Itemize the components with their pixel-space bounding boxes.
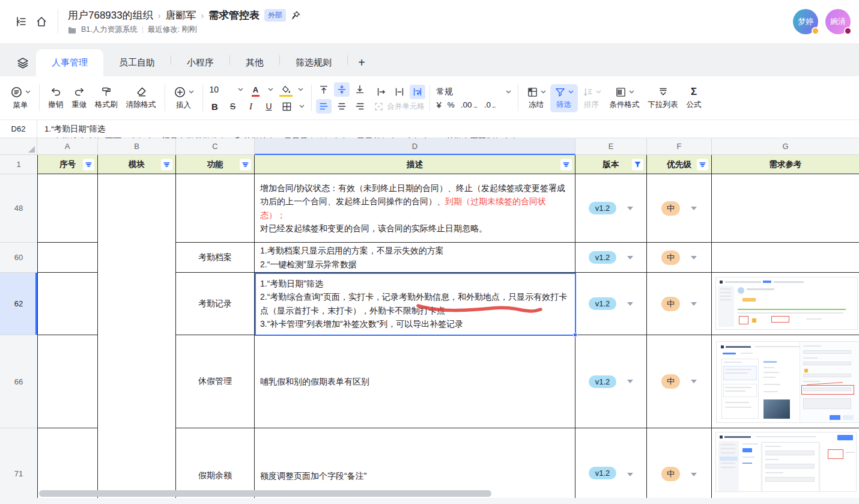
column-header-B[interactable]: B	[98, 138, 176, 155]
decrease-decimal-button[interactable]: .0←	[484, 100, 497, 109]
format-painter-button[interactable]: 格式刷	[91, 83, 122, 112]
sidebar-toggle-button[interactable]	[11, 11, 31, 32]
cell-b66-merged[interactable]	[98, 335, 176, 428]
cell-e1[interactable]: 版本	[575, 155, 647, 174]
freeze-button[interactable]: 冻结	[523, 84, 550, 112]
font-size-select[interactable]: 10	[207, 85, 246, 94]
filter-icon[interactable]	[240, 159, 251, 170]
halign-center-button[interactable]	[334, 99, 350, 114]
fill-color-button[interactable]	[278, 82, 294, 97]
column-header-E[interactable]: E	[575, 138, 647, 155]
tab-mini-program[interactable]: 小程序	[171, 49, 229, 76]
dropdown-arrow-icon[interactable]	[627, 473, 633, 476]
dropdown-arrow-icon[interactable]	[627, 256, 633, 260]
currency-format-button[interactable]: ¥	[437, 100, 442, 110]
cell-c60[interactable]: 考勤档案	[176, 243, 255, 273]
formula-button[interactable]: Σ 公式	[682, 83, 706, 112]
cell-d1[interactable]: 描述	[255, 155, 575, 174]
pin-icon[interactable]	[291, 10, 301, 20]
cell-f48[interactable]: 中	[647, 174, 712, 243]
cell-f60[interactable]: 中	[647, 243, 712, 273]
breadcrumb-org[interactable]: 用户768933的组织	[68, 8, 153, 22]
cell-g60[interactable]	[712, 243, 859, 273]
cell-c48[interactable]	[176, 174, 255, 243]
cell-a62[interactable]	[37, 273, 98, 335]
cell-g62[interactable]	[712, 273, 859, 335]
dropdown-arrow-icon[interactable]	[691, 473, 697, 476]
column-header-G[interactable]: G	[712, 138, 859, 155]
row-header-48[interactable]: 48	[0, 174, 37, 243]
cell-g1[interactable]: 需求参考	[712, 155, 859, 174]
fill-color-dropdown[interactable]	[296, 82, 306, 97]
cell-e66[interactable]: v1.2	[575, 335, 647, 428]
dropdown-arrow-icon[interactable]	[627, 380, 633, 383]
cell-reference-box[interactable]: D62	[0, 120, 37, 138]
cell-g71[interactable]	[712, 428, 859, 504]
undo-button[interactable]: 撤销	[44, 83, 67, 112]
dropdown-arrow-icon[interactable]	[691, 380, 697, 383]
cell-b62-merged[interactable]	[98, 273, 176, 335]
valign-bottom-button[interactable]	[352, 82, 368, 97]
cell-a66[interactable]	[37, 335, 98, 428]
halign-left-button[interactable]	[316, 99, 332, 114]
tab-hr-management[interactable]: 人事管理	[36, 49, 103, 76]
cell-d66[interactable]: 哺乳假和别的假期表单有区别	[255, 335, 575, 428]
add-sheet-button[interactable]: +	[348, 49, 375, 76]
filter-icon[interactable]	[697, 159, 708, 170]
cell-e62[interactable]: v1.2	[575, 273, 647, 335]
cell-a1[interactable]: 序号	[37, 155, 98, 174]
dropdown-arrow-icon[interactable]	[627, 302, 633, 306]
home-button[interactable]	[31, 11, 52, 32]
font-color-dropdown[interactable]	[266, 82, 276, 97]
row-header-60[interactable]: 60	[0, 243, 37, 273]
cell-e71[interactable]: v1.2	[575, 428, 647, 504]
text-overflow-button[interactable]	[374, 85, 389, 99]
cell-e60[interactable]: v1.2	[575, 243, 647, 273]
bold-button[interactable]: B	[207, 99, 223, 114]
row-header-1[interactable]: 1	[0, 155, 37, 174]
insert-button[interactable]: 插入	[169, 83, 198, 113]
conditional-format-button[interactable]: 条件格式	[606, 84, 644, 112]
select-all-corner[interactable]	[0, 138, 37, 155]
breadcrumb-owner[interactable]: 唐郦军	[165, 8, 196, 22]
cell-g48[interactable]	[712, 174, 859, 243]
doc-folder-label[interactable]: B1.人力资源系统	[81, 25, 138, 35]
column-header-F[interactable]: F	[647, 138, 712, 155]
cell-d48[interactable]: 增加合同/协议状态：有效（未到终止日期的合同）、终止（发起续签或变更签署成功后的…	[255, 174, 575, 243]
increase-decimal-button[interactable]: .00→	[461, 100, 478, 109]
number-format-select[interactable]: 常规	[434, 87, 514, 97]
row-header-71[interactable]: 71	[0, 428, 37, 504]
percent-format-button[interactable]: %	[448, 100, 455, 109]
requirement-screenshot-thumbnail[interactable]	[715, 432, 857, 492]
cell-a48[interactable]	[37, 174, 98, 243]
cell-b48-merged[interactable]	[98, 174, 176, 243]
avatar[interactable]: 婉清	[825, 9, 851, 34]
sheet-list-button[interactable]	[10, 49, 36, 76]
cell-b1[interactable]: 模块	[98, 155, 176, 174]
tab-other[interactable]: 其他	[230, 49, 279, 76]
avatar[interactable]: 梦婷	[793, 9, 818, 34]
redo-button[interactable]: 重做	[67, 83, 91, 112]
valign-middle-button[interactable]	[334, 82, 350, 97]
dropdown-arrow-icon[interactable]	[691, 302, 697, 306]
cell-f71[interactable]: 中	[647, 428, 712, 504]
dropdown-arrow-icon[interactable]	[627, 207, 633, 210]
text-wrap-button[interactable]	[410, 85, 425, 99]
filter-button[interactable]: 筛选	[550, 84, 578, 112]
cell-a60[interactable]	[37, 243, 98, 273]
filter-icon[interactable]	[83, 159, 94, 170]
borders-dropdown[interactable]	[297, 99, 307, 114]
dropdown-arrow-icon[interactable]	[691, 207, 697, 210]
formula-input[interactable]: 1.“考勤日期”筛选 2.“考勤综合查询”页面，实打卡，记录考勤外勤信息，和外勤…	[37, 120, 859, 138]
font-color-button[interactable]: A	[248, 82, 264, 97]
column-header-A[interactable]: A	[37, 138, 98, 155]
row-header-62[interactable]: 62	[0, 273, 37, 335]
menu-button[interactable]: 菜单	[6, 83, 35, 113]
cell-c62[interactable]: 考勤记录	[176, 273, 255, 335]
document-title[interactable]: 需求管控表	[208, 8, 260, 22]
borders-button[interactable]	[279, 99, 295, 114]
cell-g66[interactable]	[712, 335, 859, 428]
text-clip-button[interactable]	[392, 85, 407, 99]
dropdown-arrow-icon[interactable]	[691, 256, 697, 260]
dropdown-list-button[interactable]: 下拉列表	[644, 83, 682, 112]
